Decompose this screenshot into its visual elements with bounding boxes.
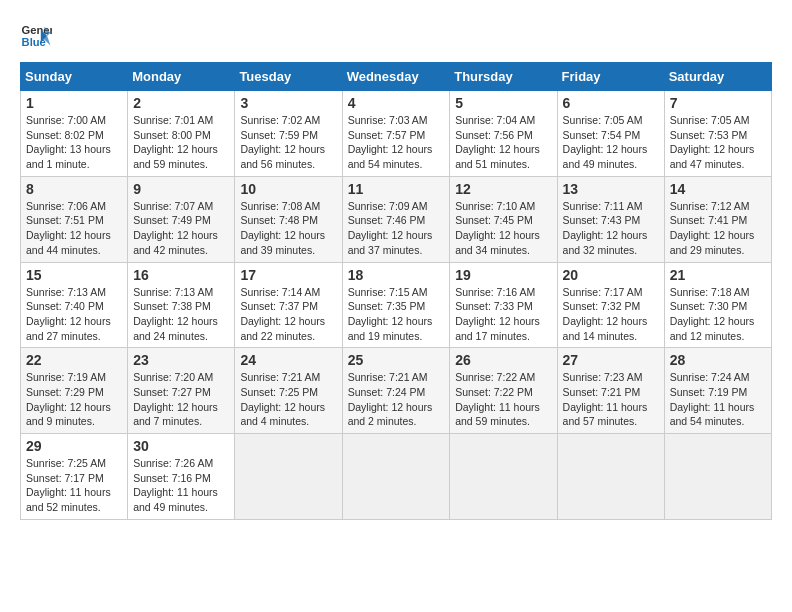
day-info: Sunrise: 7:12 AM Sunset: 7:41 PM Dayligh…: [670, 199, 766, 258]
week-row-2: 15 Sunrise: 7:13 AM Sunset: 7:40 PM Dayl…: [21, 262, 772, 348]
day-cell: 10 Sunrise: 7:08 AM Sunset: 7:48 PM Dayl…: [235, 176, 342, 262]
day-info: Sunrise: 7:04 AM Sunset: 7:56 PM Dayligh…: [455, 113, 551, 172]
day-cell: [450, 434, 557, 520]
day-cell: 13 Sunrise: 7:11 AM Sunset: 7:43 PM Dayl…: [557, 176, 664, 262]
week-row-0: 1 Sunrise: 7:00 AM Sunset: 8:02 PM Dayli…: [21, 91, 772, 177]
day-number: 10: [240, 181, 336, 197]
day-info: Sunrise: 7:11 AM Sunset: 7:43 PM Dayligh…: [563, 199, 659, 258]
day-cell: 23 Sunrise: 7:20 AM Sunset: 7:27 PM Dayl…: [128, 348, 235, 434]
day-info: Sunrise: 7:26 AM Sunset: 7:16 PM Dayligh…: [133, 456, 229, 515]
day-cell: 12 Sunrise: 7:10 AM Sunset: 7:45 PM Dayl…: [450, 176, 557, 262]
day-info: Sunrise: 7:25 AM Sunset: 7:17 PM Dayligh…: [26, 456, 122, 515]
day-cell: 27 Sunrise: 7:23 AM Sunset: 7:21 PM Dayl…: [557, 348, 664, 434]
day-info: Sunrise: 7:09 AM Sunset: 7:46 PM Dayligh…: [348, 199, 445, 258]
day-number: 4: [348, 95, 445, 111]
day-number: 1: [26, 95, 122, 111]
day-info: Sunrise: 7:17 AM Sunset: 7:32 PM Dayligh…: [563, 285, 659, 344]
week-row-3: 22 Sunrise: 7:19 AM Sunset: 7:29 PM Dayl…: [21, 348, 772, 434]
day-number: 20: [563, 267, 659, 283]
day-info: Sunrise: 7:10 AM Sunset: 7:45 PM Dayligh…: [455, 199, 551, 258]
day-info: Sunrise: 7:03 AM Sunset: 7:57 PM Dayligh…: [348, 113, 445, 172]
day-info: Sunrise: 7:05 AM Sunset: 7:53 PM Dayligh…: [670, 113, 766, 172]
day-cell: 25 Sunrise: 7:21 AM Sunset: 7:24 PM Dayl…: [342, 348, 450, 434]
day-info: Sunrise: 7:07 AM Sunset: 7:49 PM Dayligh…: [133, 199, 229, 258]
day-number: 29: [26, 438, 122, 454]
day-info: Sunrise: 7:02 AM Sunset: 7:59 PM Dayligh…: [240, 113, 336, 172]
day-cell: 7 Sunrise: 7:05 AM Sunset: 7:53 PM Dayli…: [664, 91, 771, 177]
day-cell: [342, 434, 450, 520]
day-info: Sunrise: 7:01 AM Sunset: 8:00 PM Dayligh…: [133, 113, 229, 172]
day-number: 3: [240, 95, 336, 111]
day-cell: 21 Sunrise: 7:18 AM Sunset: 7:30 PM Dayl…: [664, 262, 771, 348]
day-cell: 19 Sunrise: 7:16 AM Sunset: 7:33 PM Dayl…: [450, 262, 557, 348]
day-number: 18: [348, 267, 445, 283]
header-tuesday: Tuesday: [235, 63, 342, 91]
day-cell: 15 Sunrise: 7:13 AM Sunset: 7:40 PM Dayl…: [21, 262, 128, 348]
day-cell: 28 Sunrise: 7:24 AM Sunset: 7:19 PM Dayl…: [664, 348, 771, 434]
day-number: 11: [348, 181, 445, 197]
day-cell: 9 Sunrise: 7:07 AM Sunset: 7:49 PM Dayli…: [128, 176, 235, 262]
day-number: 13: [563, 181, 659, 197]
logo-icon: General Blue: [20, 20, 52, 52]
day-info: Sunrise: 7:14 AM Sunset: 7:37 PM Dayligh…: [240, 285, 336, 344]
day-info: Sunrise: 7:21 AM Sunset: 7:24 PM Dayligh…: [348, 370, 445, 429]
day-info: Sunrise: 7:13 AM Sunset: 7:38 PM Dayligh…: [133, 285, 229, 344]
day-cell: 24 Sunrise: 7:21 AM Sunset: 7:25 PM Dayl…: [235, 348, 342, 434]
day-cell: 22 Sunrise: 7:19 AM Sunset: 7:29 PM Dayl…: [21, 348, 128, 434]
day-info: Sunrise: 7:08 AM Sunset: 7:48 PM Dayligh…: [240, 199, 336, 258]
day-number: 15: [26, 267, 122, 283]
day-cell: 2 Sunrise: 7:01 AM Sunset: 8:00 PM Dayli…: [128, 91, 235, 177]
day-cell: 29 Sunrise: 7:25 AM Sunset: 7:17 PM Dayl…: [21, 434, 128, 520]
day-info: Sunrise: 7:22 AM Sunset: 7:22 PM Dayligh…: [455, 370, 551, 429]
day-cell: 4 Sunrise: 7:03 AM Sunset: 7:57 PM Dayli…: [342, 91, 450, 177]
day-info: Sunrise: 7:13 AM Sunset: 7:40 PM Dayligh…: [26, 285, 122, 344]
header-friday: Friday: [557, 63, 664, 91]
day-info: Sunrise: 7:23 AM Sunset: 7:21 PM Dayligh…: [563, 370, 659, 429]
header-sunday: Sunday: [21, 63, 128, 91]
day-number: 19: [455, 267, 551, 283]
day-number: 27: [563, 352, 659, 368]
day-number: 22: [26, 352, 122, 368]
day-cell: 14 Sunrise: 7:12 AM Sunset: 7:41 PM Dayl…: [664, 176, 771, 262]
day-info: Sunrise: 7:24 AM Sunset: 7:19 PM Dayligh…: [670, 370, 766, 429]
day-number: 7: [670, 95, 766, 111]
day-number: 28: [670, 352, 766, 368]
day-number: 2: [133, 95, 229, 111]
day-cell: 8 Sunrise: 7:06 AM Sunset: 7:51 PM Dayli…: [21, 176, 128, 262]
day-number: 14: [670, 181, 766, 197]
day-cell: 3 Sunrise: 7:02 AM Sunset: 7:59 PM Dayli…: [235, 91, 342, 177]
day-info: Sunrise: 7:20 AM Sunset: 7:27 PM Dayligh…: [133, 370, 229, 429]
day-number: 17: [240, 267, 336, 283]
logo: General Blue: [20, 20, 28, 52]
calendar-table: SundayMondayTuesdayWednesdayThursdayFrid…: [20, 62, 772, 520]
day-info: Sunrise: 7:19 AM Sunset: 7:29 PM Dayligh…: [26, 370, 122, 429]
day-cell: 1 Sunrise: 7:00 AM Sunset: 8:02 PM Dayli…: [21, 91, 128, 177]
day-number: 23: [133, 352, 229, 368]
day-number: 21: [670, 267, 766, 283]
page-header: General Blue: [20, 20, 772, 52]
day-info: Sunrise: 7:21 AM Sunset: 7:25 PM Dayligh…: [240, 370, 336, 429]
day-info: Sunrise: 7:16 AM Sunset: 7:33 PM Dayligh…: [455, 285, 551, 344]
day-cell: [557, 434, 664, 520]
day-info: Sunrise: 7:05 AM Sunset: 7:54 PM Dayligh…: [563, 113, 659, 172]
day-number: 24: [240, 352, 336, 368]
day-number: 25: [348, 352, 445, 368]
day-cell: [664, 434, 771, 520]
week-row-4: 29 Sunrise: 7:25 AM Sunset: 7:17 PM Dayl…: [21, 434, 772, 520]
day-number: 26: [455, 352, 551, 368]
day-number: 5: [455, 95, 551, 111]
day-number: 30: [133, 438, 229, 454]
header-monday: Monday: [128, 63, 235, 91]
day-number: 6: [563, 95, 659, 111]
day-number: 16: [133, 267, 229, 283]
day-cell: [235, 434, 342, 520]
day-cell: 16 Sunrise: 7:13 AM Sunset: 7:38 PM Dayl…: [128, 262, 235, 348]
day-cell: 11 Sunrise: 7:09 AM Sunset: 7:46 PM Dayl…: [342, 176, 450, 262]
day-cell: 18 Sunrise: 7:15 AM Sunset: 7:35 PM Dayl…: [342, 262, 450, 348]
day-cell: 6 Sunrise: 7:05 AM Sunset: 7:54 PM Dayli…: [557, 91, 664, 177]
day-number: 8: [26, 181, 122, 197]
day-cell: 17 Sunrise: 7:14 AM Sunset: 7:37 PM Dayl…: [235, 262, 342, 348]
day-info: Sunrise: 7:18 AM Sunset: 7:30 PM Dayligh…: [670, 285, 766, 344]
day-cell: 20 Sunrise: 7:17 AM Sunset: 7:32 PM Dayl…: [557, 262, 664, 348]
day-cell: 26 Sunrise: 7:22 AM Sunset: 7:22 PM Dayl…: [450, 348, 557, 434]
